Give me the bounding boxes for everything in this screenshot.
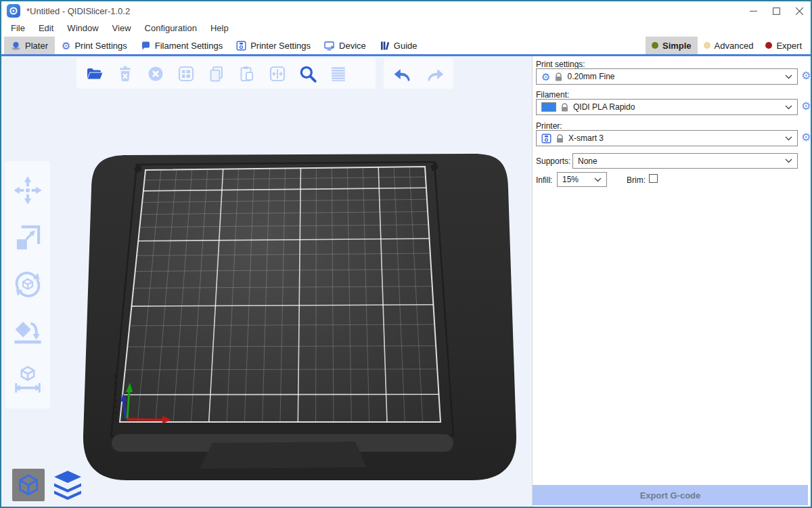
chevron-down-icon [785, 105, 792, 110]
tab-label: Filament Settings [155, 41, 223, 51]
device-icon [324, 41, 335, 51]
gear-icon: ⚙ [62, 41, 70, 51]
tab-print-settings[interactable]: ⚙ Print Settings [55, 37, 134, 54]
supports-value: None [578, 156, 597, 166]
tab-label: Print Settings [74, 41, 127, 51]
3d-viewport[interactable] [1, 56, 532, 507]
window-title: *Untitled - QIDISlicer-1.0.2 [26, 6, 130, 16]
print-settings-label: Print settings: [536, 60, 585, 69]
mode-label: Expert [776, 41, 802, 51]
chevron-down-icon [785, 136, 792, 141]
open-button[interactable] [82, 61, 108, 87]
printer-value: X-smart 3 [568, 133, 604, 143]
expert-dot-icon [765, 42, 772, 49]
mode-selector: Simple Advanced Expert [646, 37, 811, 54]
menu-view[interactable]: View [106, 20, 138, 37]
print-settings-edit-gear-icon[interactable]: ⚙ [801, 70, 811, 81]
axes-indicator [120, 383, 172, 423]
tab-guide[interactable]: Guide [373, 37, 424, 54]
mode-label: Advanced [715, 41, 754, 51]
maximize-button[interactable] [765, 1, 788, 20]
undo-button[interactable] [390, 61, 415, 87]
export-gcode-button[interactable]: Export G-code [533, 485, 808, 505]
guide-icon [380, 41, 390, 51]
menu-edit[interactable]: Edit [32, 20, 60, 37]
print-settings-combo[interactable]: ⚙ 0.20mm Fine [536, 68, 798, 85]
infill-label: Infill: [536, 175, 553, 185]
minimize-button[interactable] [742, 1, 765, 20]
tab-plater[interactable]: Plater [4, 37, 55, 54]
lock-icon [561, 103, 568, 112]
brim-checkbox[interactable] [649, 174, 658, 183]
title-bar: *Untitled - QIDISlicer-1.0.2 [1, 1, 811, 20]
supports-label: Supports: [536, 156, 570, 166]
copy-button[interactable] [204, 61, 229, 87]
filament-value: QIDI PLA Rapido [573, 102, 635, 112]
supports-combo[interactable]: None [572, 153, 798, 169]
mode-expert[interactable]: Expert [759, 37, 808, 54]
mode-simple[interactable]: Simple [646, 37, 698, 54]
menu-file[interactable]: File [4, 20, 32, 37]
delete-button[interactable] [112, 61, 138, 87]
advanced-dot-icon [704, 42, 710, 49]
close-button[interactable] [788, 1, 811, 20]
variable-layer-height-button[interactable] [325, 61, 351, 87]
filament-label: Filament: [536, 90, 569, 100]
preset-gear-icon: ⚙ [541, 72, 550, 82]
lock-icon [556, 134, 564, 143]
gizmo-toolbar [5, 161, 50, 408]
undo-redo-toolbar [384, 58, 453, 89]
infill-combo[interactable]: 15% [557, 172, 607, 187]
plater-icon [11, 41, 21, 51]
tab-label: Plater [25, 41, 48, 51]
mode-advanced[interactable]: Advanced [698, 37, 760, 54]
tab-label: Device [339, 41, 366, 51]
split-objects-button[interactable] [265, 61, 290, 87]
app-logo-icon [7, 4, 20, 18]
arrange-button[interactable] [173, 61, 199, 87]
delete-all-button[interactable] [143, 61, 168, 87]
filament-color-swatch [541, 102, 556, 112]
tab-device[interactable]: Device [317, 37, 373, 54]
simple-dot-icon [652, 42, 658, 49]
filament-combo[interactable]: QIDI PLA Rapido [536, 99, 798, 115]
app-window: *Untitled - QIDISlicer-1.0.2 File Edit W… [0, 0, 812, 508]
preview-view-button[interactable] [50, 466, 85, 501]
filament-edit-gear-icon[interactable]: ⚙ [801, 101, 811, 112]
tab-label: Printer Settings [250, 41, 311, 51]
menu-help[interactable]: Help [204, 20, 235, 37]
print-settings-value: 0.20mm Fine [567, 72, 614, 81]
chevron-down-icon [785, 75, 792, 79]
printer-combo[interactable]: X-smart 3 [536, 130, 798, 146]
chevron-down-icon [594, 177, 602, 182]
scale-tool-button[interactable] [10, 220, 45, 255]
tab-label: Guide [394, 41, 418, 51]
chevron-down-icon [785, 158, 792, 163]
build-plate [1, 56, 531, 507]
menu-bar: File Edit Window View Configuration Help [1, 20, 811, 37]
lock-icon [555, 72, 562, 81]
main-toolbar [76, 58, 376, 89]
rotate-tool-button[interactable] [10, 267, 45, 302]
menu-window[interactable]: Window [60, 20, 105, 37]
place-on-face-tool-button[interactable] [10, 314, 45, 350]
infill-value: 15% [562, 175, 579, 184]
printer-small-icon [541, 133, 551, 144]
3d-editor-view-button[interactable] [12, 469, 45, 501]
filament-icon [141, 41, 151, 51]
view-toggles [12, 466, 85, 501]
printer-icon [236, 41, 246, 51]
printer-edit-gear-icon[interactable]: ⚙ [801, 132, 811, 143]
search-button[interactable] [295, 61, 321, 87]
redo-button[interactable] [422, 61, 448, 87]
measure-tool-button[interactable] [10, 362, 45, 397]
move-tool-button[interactable] [10, 173, 45, 208]
mode-label: Simple [662, 41, 692, 51]
paste-button[interactable] [234, 61, 260, 87]
printer-label: Printer: [536, 121, 562, 131]
tab-printer-settings[interactable]: Printer Settings [229, 37, 317, 54]
brim-label: Brim: [627, 175, 646, 185]
tab-filament-settings[interactable]: Filament Settings [134, 37, 229, 54]
settings-panel: Print settings: ⚙ 0.20mm Fine ⚙ Filament… [532, 56, 811, 507]
menu-configuration[interactable]: Configuration [138, 20, 204, 37]
